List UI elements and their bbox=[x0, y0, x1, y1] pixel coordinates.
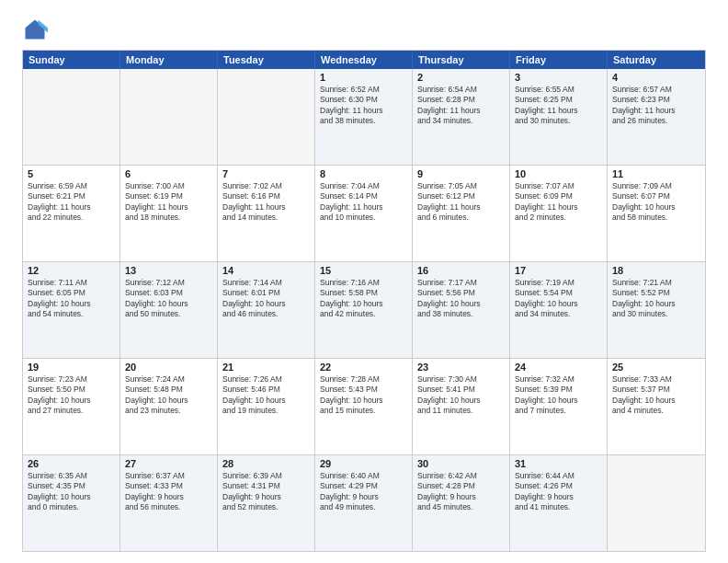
day-number: 10 bbox=[515, 168, 602, 179]
weekday-header-friday: Friday bbox=[510, 51, 608, 69]
day-number: 31 bbox=[515, 458, 602, 469]
weekday-header-tuesday: Tuesday bbox=[218, 51, 315, 69]
day-info: Sunrise: 6:35 AM Sunset: 4:35 PM Dayligh… bbox=[28, 471, 115, 513]
day-number: 11 bbox=[612, 168, 700, 179]
calendar-cell: 3Sunrise: 6:55 AM Sunset: 6:25 PM Daylig… bbox=[510, 69, 608, 165]
calendar-cell: 30Sunrise: 6:42 AM Sunset: 4:28 PM Dayli… bbox=[413, 455, 510, 551]
calendar-header: SundayMondayTuesdayWednesdayThursdayFrid… bbox=[23, 51, 705, 69]
calendar-body: 1Sunrise: 6:52 AM Sunset: 6:30 PM Daylig… bbox=[23, 69, 705, 551]
calendar-cell: 2Sunrise: 6:54 AM Sunset: 6:28 PM Daylig… bbox=[413, 69, 510, 165]
calendar-cell: 14Sunrise: 7:14 AM Sunset: 6:01 PM Dayli… bbox=[218, 262, 315, 358]
calendar-cell: 8Sunrise: 7:04 AM Sunset: 6:14 PM Daylig… bbox=[315, 166, 413, 261]
calendar-cell: 27Sunrise: 6:37 AM Sunset: 4:33 PM Dayli… bbox=[120, 455, 218, 551]
weekday-header-wednesday: Wednesday bbox=[315, 51, 413, 69]
day-number: 6 bbox=[125, 168, 212, 179]
day-info: Sunrise: 7:07 AM Sunset: 6:09 PM Dayligh… bbox=[515, 181, 602, 224]
day-number: 8 bbox=[320, 168, 407, 179]
day-info: Sunrise: 6:40 AM Sunset: 4:29 PM Dayligh… bbox=[320, 471, 407, 513]
day-info: Sunrise: 6:42 AM Sunset: 4:28 PM Dayligh… bbox=[417, 471, 505, 513]
day-number: 24 bbox=[515, 362, 602, 373]
calendar-row-0: 1Sunrise: 6:52 AM Sunset: 6:30 PM Daylig… bbox=[23, 69, 705, 165]
day-number: 23 bbox=[417, 362, 505, 373]
calendar-row-3: 19Sunrise: 7:23 AM Sunset: 5:50 PM Dayli… bbox=[23, 358, 705, 454]
calendar-cell: 7Sunrise: 7:02 AM Sunset: 6:16 PM Daylig… bbox=[218, 166, 315, 261]
day-info: Sunrise: 7:00 AM Sunset: 6:19 PM Dayligh… bbox=[125, 181, 212, 224]
calendar-cell bbox=[120, 69, 218, 165]
calendar-row-4: 26Sunrise: 6:35 AM Sunset: 4:35 PM Dayli… bbox=[23, 454, 705, 551]
calendar-cell: 13Sunrise: 7:12 AM Sunset: 6:03 PM Dayli… bbox=[120, 262, 218, 358]
calendar-cell: 24Sunrise: 7:32 AM Sunset: 5:39 PM Dayli… bbox=[510, 359, 608, 454]
day-info: Sunrise: 6:39 AM Sunset: 4:31 PM Dayligh… bbox=[222, 471, 310, 513]
day-number: 7 bbox=[222, 168, 310, 179]
calendar-cell: 20Sunrise: 7:24 AM Sunset: 5:48 PM Dayli… bbox=[120, 359, 218, 454]
weekday-header-thursday: Thursday bbox=[413, 51, 510, 69]
day-number: 19 bbox=[28, 362, 115, 373]
day-number: 13 bbox=[125, 265, 212, 276]
calendar-cell: 28Sunrise: 6:39 AM Sunset: 4:31 PM Dayli… bbox=[218, 455, 315, 551]
day-info: Sunrise: 7:32 AM Sunset: 5:39 PM Dayligh… bbox=[515, 374, 602, 417]
day-info: Sunrise: 7:04 AM Sunset: 6:14 PM Dayligh… bbox=[320, 181, 407, 224]
calendar-cell: 5Sunrise: 6:59 AM Sunset: 6:21 PM Daylig… bbox=[23, 166, 120, 261]
day-number: 1 bbox=[320, 72, 407, 83]
day-number: 17 bbox=[515, 265, 602, 276]
day-info: Sunrise: 6:37 AM Sunset: 4:33 PM Dayligh… bbox=[125, 471, 212, 513]
calendar-cell: 18Sunrise: 7:21 AM Sunset: 5:52 PM Dayli… bbox=[608, 262, 705, 358]
day-number: 2 bbox=[417, 72, 505, 83]
calendar-cell: 10Sunrise: 7:07 AM Sunset: 6:09 PM Dayli… bbox=[510, 166, 608, 261]
day-info: Sunrise: 7:02 AM Sunset: 6:16 PM Dayligh… bbox=[222, 181, 310, 224]
calendar-cell: 12Sunrise: 7:11 AM Sunset: 6:05 PM Dayli… bbox=[23, 262, 120, 358]
day-info: Sunrise: 6:44 AM Sunset: 4:26 PM Dayligh… bbox=[515, 471, 602, 513]
calendar-cell: 19Sunrise: 7:23 AM Sunset: 5:50 PM Dayli… bbox=[23, 359, 120, 454]
day-info: Sunrise: 7:23 AM Sunset: 5:50 PM Dayligh… bbox=[28, 374, 115, 417]
day-info: Sunrise: 7:24 AM Sunset: 5:48 PM Dayligh… bbox=[125, 374, 212, 417]
day-info: Sunrise: 7:16 AM Sunset: 5:58 PM Dayligh… bbox=[320, 278, 407, 320]
day-info: Sunrise: 7:17 AM Sunset: 5:56 PM Dayligh… bbox=[417, 278, 505, 320]
calendar-cell bbox=[23, 69, 120, 165]
calendar-cell: 17Sunrise: 7:19 AM Sunset: 5:54 PM Dayli… bbox=[510, 262, 608, 358]
page: SundayMondayTuesdayWednesdayThursdayFrid… bbox=[0, 0, 728, 563]
calendar-cell: 31Sunrise: 6:44 AM Sunset: 4:26 PM Dayli… bbox=[510, 455, 608, 551]
calendar-cell: 4Sunrise: 6:57 AM Sunset: 6:23 PM Daylig… bbox=[608, 69, 705, 165]
day-number: 29 bbox=[320, 458, 407, 469]
day-number: 18 bbox=[612, 265, 700, 276]
day-number: 12 bbox=[28, 265, 115, 276]
svg-marker-0 bbox=[26, 20, 45, 40]
day-info: Sunrise: 7:14 AM Sunset: 6:01 PM Dayligh… bbox=[222, 278, 310, 320]
header bbox=[22, 17, 706, 42]
logo bbox=[22, 17, 51, 42]
day-info: Sunrise: 7:12 AM Sunset: 6:03 PM Dayligh… bbox=[125, 278, 212, 320]
calendar-cell: 9Sunrise: 7:05 AM Sunset: 6:12 PM Daylig… bbox=[413, 166, 510, 261]
calendar-cell bbox=[608, 455, 705, 551]
day-number: 20 bbox=[125, 362, 212, 373]
calendar-cell: 26Sunrise: 6:35 AM Sunset: 4:35 PM Dayli… bbox=[23, 455, 120, 551]
day-number: 26 bbox=[28, 458, 115, 469]
weekday-header-saturday: Saturday bbox=[608, 51, 705, 69]
day-info: Sunrise: 7:30 AM Sunset: 5:41 PM Dayligh… bbox=[417, 374, 505, 417]
day-number: 30 bbox=[417, 458, 505, 469]
calendar-cell: 11Sunrise: 7:09 AM Sunset: 6:07 PM Dayli… bbox=[608, 166, 705, 261]
day-number: 21 bbox=[222, 362, 310, 373]
weekday-header-monday: Monday bbox=[120, 51, 218, 69]
day-info: Sunrise: 6:59 AM Sunset: 6:21 PM Dayligh… bbox=[28, 181, 115, 224]
day-info: Sunrise: 6:52 AM Sunset: 6:30 PM Dayligh… bbox=[320, 85, 407, 127]
day-info: Sunrise: 7:05 AM Sunset: 6:12 PM Dayligh… bbox=[417, 181, 505, 224]
calendar-cell: 21Sunrise: 7:26 AM Sunset: 5:46 PM Dayli… bbox=[218, 359, 315, 454]
day-number: 28 bbox=[222, 458, 310, 469]
day-info: Sunrise: 7:28 AM Sunset: 5:43 PM Dayligh… bbox=[320, 374, 407, 417]
day-number: 9 bbox=[417, 168, 505, 179]
day-number: 25 bbox=[612, 362, 700, 373]
day-number: 4 bbox=[612, 72, 700, 83]
calendar-row-2: 12Sunrise: 7:11 AM Sunset: 6:05 PM Dayli… bbox=[23, 261, 705, 358]
calendar-cell: 23Sunrise: 7:30 AM Sunset: 5:41 PM Dayli… bbox=[413, 359, 510, 454]
calendar-cell: 29Sunrise: 6:40 AM Sunset: 4:29 PM Dayli… bbox=[315, 455, 413, 551]
day-info: Sunrise: 7:19 AM Sunset: 5:54 PM Dayligh… bbox=[515, 278, 602, 320]
logo-icon bbox=[22, 17, 48, 42]
calendar-cell: 22Sunrise: 7:28 AM Sunset: 5:43 PM Dayli… bbox=[315, 359, 413, 454]
calendar-cell: 16Sunrise: 7:17 AM Sunset: 5:56 PM Dayli… bbox=[413, 262, 510, 358]
day-info: Sunrise: 6:55 AM Sunset: 6:25 PM Dayligh… bbox=[515, 85, 602, 127]
day-number: 22 bbox=[320, 362, 407, 373]
day-number: 3 bbox=[515, 72, 602, 83]
day-info: Sunrise: 7:11 AM Sunset: 6:05 PM Dayligh… bbox=[28, 278, 115, 320]
day-number: 27 bbox=[125, 458, 212, 469]
calendar: SundayMondayTuesdayWednesdayThursdayFrid… bbox=[22, 50, 706, 552]
